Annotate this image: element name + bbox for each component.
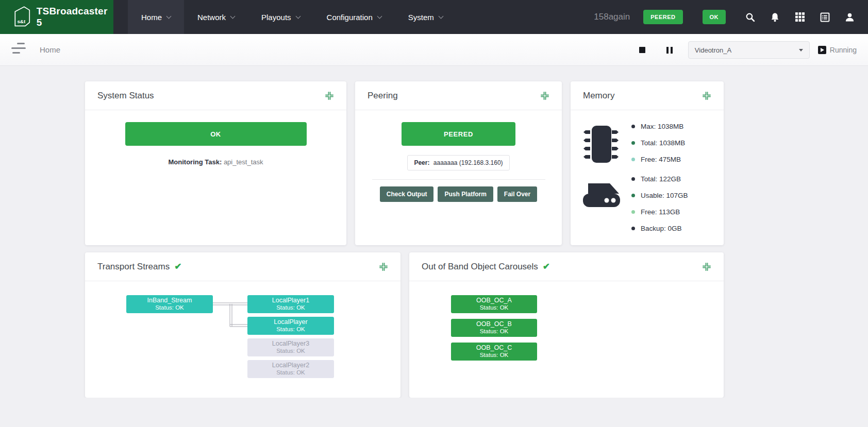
memory-stat: Free: 113GB <box>631 208 688 216</box>
memory-stat: Usable: 107GB <box>631 192 688 199</box>
nav-item-configuration[interactable]: Configuration <box>313 0 395 34</box>
push-platform-button[interactable]: Push Platform <box>438 186 493 202</box>
oob-node-c[interactable]: OOB_OC_C Status: OK <box>451 343 537 361</box>
peered-status-badge[interactable]: PEERED <box>643 10 682 24</box>
stream-node-localplayer2[interactable]: LocalPlayer2 Status: OK <box>247 360 334 378</box>
ram-chip-icon <box>581 124 621 165</box>
log-list-icon[interactable] <box>820 12 830 22</box>
card-title: Memory <box>583 91 614 101</box>
page-background <box>0 398 868 427</box>
player-select-value: Videotron_A <box>695 46 731 54</box>
ok-status-badge[interactable]: OK <box>703 10 726 24</box>
nav-item-home[interactable]: Home <box>128 0 184 34</box>
peer-value: aaaaaaa (192.168.3.160) <box>433 159 503 166</box>
top-navbar: s&t TSBroadcaster 5 Home Network Playout… <box>0 0 868 34</box>
memory-stats-list: Max: 1038MB Total: 1038MB Free: 475MB To… <box>631 122 688 241</box>
notifications-bell-icon[interactable] <box>770 12 780 22</box>
peer-actions: Check Output Push Platform Fail Over <box>355 186 562 202</box>
system-ok-button[interactable]: OK <box>125 122 307 146</box>
stream-node-inband[interactable]: InBand_Stream Status: OK <box>126 295 213 313</box>
stream-connector-lines <box>213 299 250 330</box>
oob-carousels-card: Out of Band Object Carousels ✔ OOB_OC_A … <box>409 252 724 398</box>
peer-info-box: Peer: aaaaaaa (192.168.3.160) <box>407 155 509 170</box>
collapse-icon[interactable] <box>702 91 711 100</box>
pause-icon[interactable] <box>666 47 673 54</box>
svg-text:s&t: s&t <box>17 19 26 24</box>
stream-node-localplayer3[interactable]: LocalPlayer3 Status: OK <box>247 338 334 356</box>
card-title: Transport Streams <box>97 262 170 272</box>
peer-label: Peer: <box>414 159 429 166</box>
memory-stat: Total: 122GB <box>631 175 688 183</box>
apps-grid-icon[interactable] <box>795 12 805 22</box>
nav-item-playouts[interactable]: Playouts <box>248 0 313 34</box>
play-icon <box>818 46 826 54</box>
monitoring-task: Monitoring Task: api_test_task <box>85 158 346 166</box>
navbar-icons <box>745 12 855 22</box>
hard-disk-icon <box>581 182 621 210</box>
collapse-icon[interactable] <box>540 91 549 100</box>
chevron-down-icon <box>438 13 443 19</box>
player-controls: Videotron_A Running <box>639 34 857 66</box>
memory-card: Memory Max: 1038MB Total: 1038MB Free: 4 <box>571 81 724 245</box>
sidebar-toggle-icon[interactable] <box>11 43 29 57</box>
monitoring-task-label: Monitoring Task: <box>169 158 222 166</box>
stream-node-localplayer[interactable]: LocalPlayer Status: OK <box>247 317 334 335</box>
brand-logo[interactable]: s&t TSBroadcaster 5 <box>0 0 113 34</box>
check-icon: ✔ <box>543 261 550 272</box>
peered-status-button[interactable]: PEERED <box>402 122 515 146</box>
peering-card: Peering PEERED Peer: aaaaaaa (192.168.3.… <box>355 81 562 245</box>
player-select-dropdown[interactable]: Videotron_A <box>688 41 810 59</box>
user-profile-icon[interactable] <box>845 12 855 22</box>
search-icon[interactable] <box>745 12 755 22</box>
card-title: Out of Band Object Carousels <box>422 262 538 272</box>
stop-icon[interactable] <box>639 47 645 53</box>
card-title: Peering <box>368 91 398 101</box>
system-status-card: System Status OK Monitoring Task: api_te… <box>85 81 346 245</box>
check-icon: ✔ <box>174 261 181 272</box>
collapse-icon[interactable] <box>702 262 711 271</box>
monitoring-task-value: api_test_task <box>224 158 263 166</box>
stream-node-localplayer1[interactable]: LocalPlayer1 Status: OK <box>247 295 334 313</box>
memory-stat: Backup: 0GB <box>631 225 688 232</box>
running-status: Running <box>818 46 857 54</box>
memory-stat: Total: 1038MB <box>631 139 688 147</box>
collapse-icon[interactable] <box>379 262 388 271</box>
chevron-down-icon <box>377 13 382 19</box>
chevron-down-icon <box>166 13 172 19</box>
main-nav: Home Network Playouts Configuration Syst… <box>128 0 456 34</box>
fail-over-button[interactable]: Fail Over <box>497 186 537 202</box>
running-label: Running <box>830 46 857 54</box>
breadcrumb[interactable]: Home <box>40 45 60 54</box>
oob-node-b[interactable]: OOB_OC_B Status: OK <box>451 319 537 337</box>
transport-streams-card: Transport Streams ✔ InBand_Stream Status… <box>85 252 400 398</box>
memory-stat: Free: 475MB <box>631 156 688 163</box>
nav-item-network[interactable]: Network <box>184 0 248 34</box>
dropdown-caret-icon <box>799 49 803 52</box>
oob-node-a[interactable]: OOB_OC_A Status: OK <box>451 295 537 313</box>
secondary-toolbar: Home Videotron_A Running <box>0 34 868 66</box>
collapse-icon[interactable] <box>325 91 334 100</box>
st-hexagon-logo-icon: s&t <box>10 5 31 29</box>
chevron-down-icon <box>230 13 236 19</box>
card-title: System Status <box>97 91 154 101</box>
divider <box>372 179 545 180</box>
brand-name: TSBroadcaster 5 <box>37 6 113 28</box>
check-output-button[interactable]: Check Output <box>380 186 434 202</box>
chevron-down-icon <box>295 13 301 19</box>
memory-stat: Max: 1038MB <box>631 123 688 130</box>
nav-item-system[interactable]: System <box>395 0 456 34</box>
navbar-right: 158again PEERED OK <box>594 10 868 24</box>
username: 158again <box>594 12 630 22</box>
